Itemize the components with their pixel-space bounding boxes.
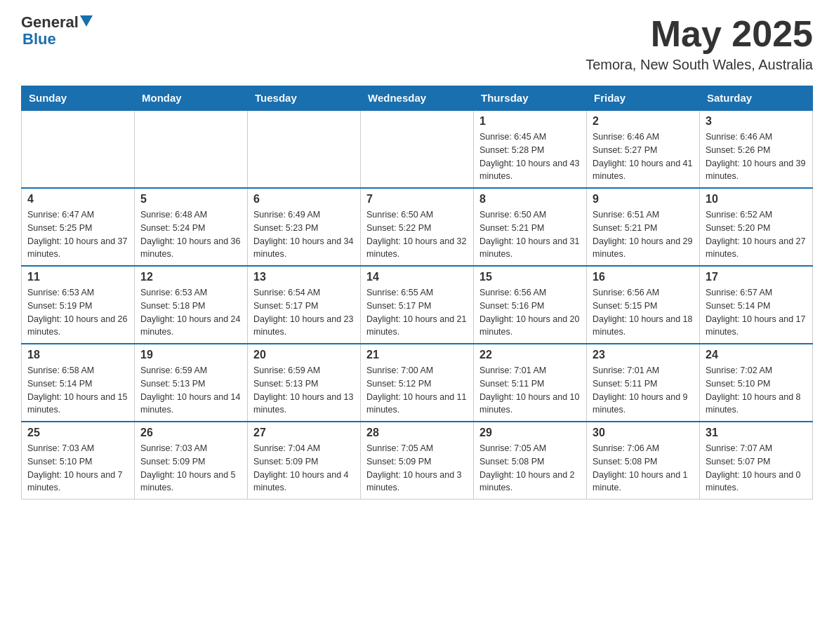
day-info: Sunrise: 7:03 AM Sunset: 5:09 PM Dayligh… (140, 442, 241, 495)
header-day-friday: Friday (587, 86, 700, 111)
title-area: May 2025 Temora, New South Wales, Austra… (585, 14, 813, 73)
day-number: 13 (253, 271, 355, 283)
day-info: Sunrise: 6:53 AM Sunset: 5:18 PM Dayligh… (140, 286, 241, 339)
svg-marker-0 (80, 15, 93, 27)
logo-blue-text: Blue (22, 31, 56, 48)
day-number: 8 (479, 193, 581, 206)
day-number: 1 (479, 115, 581, 128)
day-number: 24 (706, 349, 807, 361)
day-info: Sunrise: 7:01 AM Sunset: 5:11 PM Dayligh… (593, 364, 694, 417)
calendar-cell: 13Sunrise: 6:54 AM Sunset: 5:17 PM Dayli… (248, 266, 361, 344)
day-number: 15 (479, 271, 581, 283)
calendar-cell: 3Sunrise: 6:46 AM Sunset: 5:26 PM Daylig… (700, 110, 813, 188)
calendar-cell: 23Sunrise: 7:01 AM Sunset: 5:11 PM Dayli… (587, 344, 700, 422)
day-number: 26 (140, 427, 241, 439)
header-day-tuesday: Tuesday (248, 86, 361, 111)
day-info: Sunrise: 7:00 AM Sunset: 5:12 PM Dayligh… (366, 364, 468, 417)
calendar-cell (361, 110, 474, 188)
calendar-cell (22, 110, 135, 188)
logo-triangle-icon (80, 15, 93, 28)
calendar-cell: 22Sunrise: 7:01 AM Sunset: 5:11 PM Dayli… (474, 344, 587, 422)
day-number: 25 (27, 427, 128, 439)
day-info: Sunrise: 6:46 AM Sunset: 5:27 PM Dayligh… (593, 130, 694, 183)
day-number: 29 (479, 427, 581, 439)
header-day-monday: Monday (135, 86, 248, 111)
calendar-cell: 10Sunrise: 6:52 AM Sunset: 5:20 PM Dayli… (700, 188, 813, 266)
day-number: 28 (366, 427, 468, 439)
day-info: Sunrise: 6:54 AM Sunset: 5:17 PM Dayligh… (253, 286, 355, 339)
calendar-cell: 20Sunrise: 6:59 AM Sunset: 5:13 PM Dayli… (248, 344, 361, 422)
calendar-cell: 2Sunrise: 6:46 AM Sunset: 5:27 PM Daylig… (587, 110, 700, 188)
day-info: Sunrise: 7:01 AM Sunset: 5:11 PM Dayligh… (479, 364, 581, 417)
day-number: 10 (706, 193, 807, 206)
calendar-cell: 19Sunrise: 6:59 AM Sunset: 5:13 PM Dayli… (135, 344, 248, 422)
day-info: Sunrise: 7:04 AM Sunset: 5:09 PM Dayligh… (253, 442, 355, 495)
day-info: Sunrise: 6:59 AM Sunset: 5:13 PM Dayligh… (253, 364, 355, 417)
day-number: 5 (140, 193, 241, 206)
calendar-cell: 29Sunrise: 7:05 AM Sunset: 5:08 PM Dayli… (474, 422, 587, 499)
day-number: 27 (253, 427, 355, 439)
day-number: 23 (593, 349, 694, 361)
calendar-cell (135, 110, 248, 188)
day-info: Sunrise: 6:58 AM Sunset: 5:14 PM Dayligh… (27, 364, 128, 417)
day-number: 7 (366, 193, 468, 206)
day-number: 21 (366, 349, 468, 361)
day-info: Sunrise: 6:46 AM Sunset: 5:26 PM Dayligh… (706, 130, 807, 183)
calendar-cell: 30Sunrise: 7:06 AM Sunset: 5:08 PM Dayli… (587, 422, 700, 499)
day-info: Sunrise: 6:50 AM Sunset: 5:22 PM Dayligh… (366, 208, 468, 261)
calendar-cell: 18Sunrise: 6:58 AM Sunset: 5:14 PM Dayli… (22, 344, 135, 422)
calendar-cell: 5Sunrise: 6:48 AM Sunset: 5:24 PM Daylig… (135, 188, 248, 266)
day-info: Sunrise: 7:06 AM Sunset: 5:08 PM Dayligh… (593, 442, 694, 495)
header-day-wednesday: Wednesday (361, 86, 474, 111)
calendar-table: SundayMondayTuesdayWednesdayThursdayFrid… (21, 86, 813, 499)
day-number: 19 (140, 349, 241, 361)
day-info: Sunrise: 6:55 AM Sunset: 5:17 PM Dayligh… (366, 286, 468, 339)
header-day-sunday: Sunday (22, 86, 135, 111)
calendar-cell: 8Sunrise: 6:50 AM Sunset: 5:21 PM Daylig… (474, 188, 587, 266)
calendar-cell: 26Sunrise: 7:03 AM Sunset: 5:09 PM Dayli… (135, 422, 248, 499)
header: General Blue May 2025 Temora, New South … (21, 14, 813, 73)
day-number: 17 (706, 271, 807, 283)
day-number: 3 (706, 115, 807, 128)
calendar-cell: 1Sunrise: 6:45 AM Sunset: 5:28 PM Daylig… (474, 110, 587, 188)
calendar-cell: 27Sunrise: 7:04 AM Sunset: 5:09 PM Dayli… (248, 422, 361, 499)
header-day-thursday: Thursday (474, 86, 587, 111)
day-number: 2 (593, 115, 694, 128)
calendar-cell: 24Sunrise: 7:02 AM Sunset: 5:10 PM Dayli… (700, 344, 813, 422)
day-number: 30 (593, 427, 694, 439)
location-subtitle: Temora, New South Wales, Australia (585, 57, 813, 73)
calendar-cell: 14Sunrise: 6:55 AM Sunset: 5:17 PM Dayli… (361, 266, 474, 344)
day-number: 31 (706, 427, 807, 439)
day-info: Sunrise: 6:56 AM Sunset: 5:16 PM Dayligh… (479, 286, 581, 339)
logo-general-text: General (21, 14, 79, 31)
day-info: Sunrise: 6:47 AM Sunset: 5:25 PM Dayligh… (27, 208, 128, 261)
calendar-cell: 6Sunrise: 6:49 AM Sunset: 5:23 PM Daylig… (248, 188, 361, 266)
day-info: Sunrise: 6:50 AM Sunset: 5:21 PM Dayligh… (479, 208, 581, 261)
calendar-cell (248, 110, 361, 188)
day-number: 20 (253, 349, 355, 361)
day-info: Sunrise: 7:07 AM Sunset: 5:07 PM Dayligh… (706, 442, 807, 495)
day-info: Sunrise: 6:45 AM Sunset: 5:28 PM Dayligh… (479, 130, 581, 183)
logo: General Blue (21, 14, 93, 48)
week-row-4: 18Sunrise: 6:58 AM Sunset: 5:14 PM Dayli… (22, 344, 813, 422)
day-number: 4 (27, 193, 128, 206)
calendar-cell: 21Sunrise: 7:00 AM Sunset: 5:12 PM Dayli… (361, 344, 474, 422)
day-info: Sunrise: 7:03 AM Sunset: 5:10 PM Dayligh… (27, 442, 128, 495)
calendar-cell: 16Sunrise: 6:56 AM Sunset: 5:15 PM Dayli… (587, 266, 700, 344)
day-info: Sunrise: 6:57 AM Sunset: 5:14 PM Dayligh… (706, 286, 807, 339)
calendar-cell: 28Sunrise: 7:05 AM Sunset: 5:09 PM Dayli… (361, 422, 474, 499)
day-info: Sunrise: 6:49 AM Sunset: 5:23 PM Dayligh… (253, 208, 355, 261)
calendar-cell: 31Sunrise: 7:07 AM Sunset: 5:07 PM Dayli… (700, 422, 813, 499)
week-row-3: 11Sunrise: 6:53 AM Sunset: 5:19 PM Dayli… (22, 266, 813, 344)
day-number: 16 (593, 271, 694, 283)
calendar-cell: 15Sunrise: 6:56 AM Sunset: 5:16 PM Dayli… (474, 266, 587, 344)
day-number: 12 (140, 271, 241, 283)
day-number: 9 (593, 193, 694, 206)
day-info: Sunrise: 6:59 AM Sunset: 5:13 PM Dayligh… (140, 364, 241, 417)
calendar-cell: 7Sunrise: 6:50 AM Sunset: 5:22 PM Daylig… (361, 188, 474, 266)
day-info: Sunrise: 7:02 AM Sunset: 5:10 PM Dayligh… (706, 364, 807, 417)
calendar-cell: 9Sunrise: 6:51 AM Sunset: 5:21 PM Daylig… (587, 188, 700, 266)
logo-area: General Blue (21, 14, 93, 48)
calendar-cell: 17Sunrise: 6:57 AM Sunset: 5:14 PM Dayli… (700, 266, 813, 344)
header-day-saturday: Saturday (700, 86, 813, 111)
